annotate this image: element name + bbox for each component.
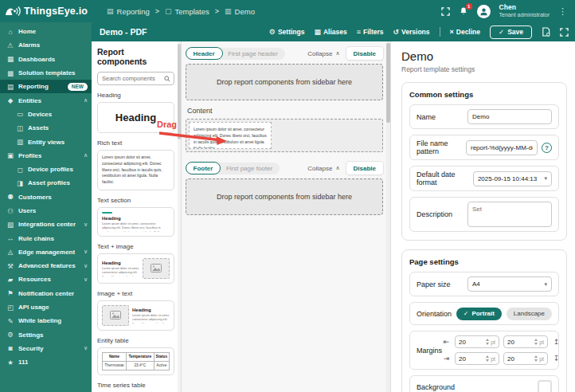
fullscreen-icon[interactable] <box>560 28 569 37</box>
margin-bottom-stepper[interactable]: pt <box>503 352 548 365</box>
notifications-button[interactable]: 1 <box>459 6 468 16</box>
components-search[interactable] <box>97 72 174 85</box>
margin-left-stepper[interactable]: pt <box>455 335 499 348</box>
sidebar-item-notification-center[interactable]: ⚑Notification center <box>0 287 92 300</box>
components-scrollbar[interactable] <box>178 41 181 392</box>
margin-right-stepper[interactable]: pt <box>455 352 499 365</box>
name-field-row: Name <box>409 104 559 129</box>
margin-right-value[interactable] <box>459 355 476 363</box>
versions-button[interactable]: ↺Versions <box>393 28 430 36</box>
disable-footer-button[interactable]: Disable <box>346 162 383 174</box>
breadcrumb-reporting[interactable]: ▤ Reporting <box>107 7 150 16</box>
stepper-arrows[interactable] <box>534 355 538 362</box>
collapse-footer-link[interactable]: Collapse ∧ <box>307 165 339 172</box>
dropped-rich-text-component[interactable]: Lorem ipsum dolor sit amet, consectetur … <box>189 122 272 149</box>
paper-size-select[interactable]: A4 ▾ <box>467 276 552 292</box>
sidebar-item-customers[interactable]: ⚉Customers <box>0 190 92 204</box>
drag-annotation-label: Drag <box>157 120 177 129</box>
sidebar-item-integrations-center[interactable]: ▧Integrations center∨ <box>0 218 92 231</box>
component-card-entity-table[interactable]: Name Temperature Status Thermostat 23.4°… <box>97 347 174 375</box>
panel-subtitle: Report template settings <box>401 65 567 73</box>
component-card-image-text[interactable]: Heading Lorem ipsum dolor sit amet, cons… <box>97 300 174 331</box>
avatar[interactable] <box>477 5 491 18</box>
disable-header-button[interactable]: Disable <box>346 47 383 60</box>
scrollbar-thumb[interactable] <box>386 43 390 123</box>
landscape-toggle[interactable]: Landscape <box>507 308 552 320</box>
date-format-select[interactable]: 2025-09-15 10:44:13 ▾ <box>473 171 552 186</box>
logo[interactable]: ThingsEye.io <box>0 5 96 18</box>
sidebar-item-device-profiles[interactable]: ◻Device profiles <box>0 163 92 176</box>
more-menu-icon[interactable]: ⋮ <box>558 6 567 17</box>
generate-report-icon[interactable] <box>542 27 550 37</box>
help-icon[interactable]: ? <box>542 143 552 153</box>
margin-top-stepper[interactable]: pt <box>503 335 548 348</box>
fullscreen-icon[interactable] <box>441 7 450 16</box>
portrait-toggle[interactable]: ✓Portrait <box>456 308 502 320</box>
component-card-text-section[interactable]: Heading Lorem ipsum dolor sit amet, cons… <box>97 207 174 237</box>
sidebar-item-entity-views[interactable]: ▥Entity views <box>0 135 92 148</box>
sidebar-item-111[interactable]: ★111 <box>0 355 92 369</box>
scrollbar-thumb[interactable] <box>178 44 181 139</box>
history-icon: ↺ <box>393 28 400 36</box>
margin-bottom-value[interactable] <box>507 355 525 363</box>
filters-button[interactable]: ≡Filters <box>357 28 384 36</box>
description-field[interactable] <box>467 202 552 227</box>
content-dropzone[interactable]: Lorem ipsum dolor sit amet, consectetur … <box>186 119 383 152</box>
breadcrumb-templates[interactable]: ▢ Templates <box>165 7 209 16</box>
tab-first-page-header[interactable]: First page header <box>222 48 285 60</box>
profiles-icon: ▣ <box>6 151 14 159</box>
sidebar-item-dashboards[interactable]: ▦Dashboards <box>0 53 92 66</box>
sidebar-item-assets[interactable]: ◫Assets <box>0 121 92 135</box>
sidebar-item-entities[interactable]: ◆Entities∧ <box>0 93 92 107</box>
stepper-arrows[interactable] <box>486 339 489 345</box>
templates-icon: ▢ <box>165 7 172 15</box>
sidebar-item-white-labeling[interactable]: ✎White labeling <box>0 314 92 327</box>
tab-header[interactable]: Header <box>186 47 223 60</box>
sidebar-item-solution-templates[interactable]: ▩Solution templates <box>0 66 92 80</box>
margin-left-value[interactable] <box>459 339 476 346</box>
sidebar-item-api-usage[interactable]: ◰API usage <box>0 300 92 314</box>
file-pattern-field[interactable] <box>466 140 538 155</box>
stepper-arrows[interactable] <box>486 355 489 362</box>
sidebar-item-rule-chains[interactable]: ↔Rule chains <box>0 231 92 245</box>
background-picker[interactable] <box>538 380 552 392</box>
sidebar-item-home[interactable]: ⌂Home <box>0 25 92 38</box>
footer-dropzone[interactable]: Drop report components from sidebar here <box>186 178 383 215</box>
date-format-label: Default date format <box>417 171 473 186</box>
tab-footer[interactable]: Footer <box>186 162 221 174</box>
save-button[interactable]: ✓Save <box>490 25 532 39</box>
sidebar-item-profiles[interactable]: ▣Profiles∧ <box>0 149 92 163</box>
name-field[interactable] <box>467 109 552 124</box>
sidebar-item-resources[interactable]: ▰Resources∨ <box>0 272 92 286</box>
canvas-scrollbar[interactable] <box>386 41 390 392</box>
tab-first-page-footer[interactable]: First page footer <box>221 163 280 174</box>
sidebar-item-security[interactable]: ◙Security∨ <box>0 342 92 355</box>
user-info[interactable]: Chen Tenant administrator <box>499 4 550 18</box>
sidebar-item-alarms[interactable]: ⚠Alarms <box>0 38 92 52</box>
notification-badge: 1 <box>466 3 472 10</box>
dashboards-icon: ▦ <box>6 55 14 63</box>
component-card-text-image[interactable]: Heading Lorem ipsum dolor sit amet, cons… <box>97 253 174 284</box>
gear-icon: ⚙ <box>269 28 276 36</box>
aliases-icon: ▦ <box>314 28 321 36</box>
header-dropzone[interactable]: Drop report components from sidebar here <box>186 64 383 100</box>
sidebar-item-devices[interactable]: ▭Devices <box>0 108 92 121</box>
edge-icon: ◬ <box>6 248 14 256</box>
sidebar-item-users[interactable]: ⚇Users <box>0 204 92 218</box>
collapse-header-link[interactable]: Collapse ∧ <box>307 50 339 57</box>
chevron-up-icon: ∧ <box>335 50 339 57</box>
settings-button[interactable]: ⚙Settings <box>269 28 305 36</box>
header-zone-bar: Header First page header Collapse ∧ Disa… <box>186 46 383 61</box>
sidebar-item-reporting[interactable]: ▤ReportingNEW <box>0 80 92 93</box>
decline-button[interactable]: ×Decline <box>450 28 481 36</box>
margin-top-value[interactable] <box>507 339 525 346</box>
search-input[interactable] <box>102 75 164 82</box>
breadcrumb-demo[interactable]: ▥ Demo <box>225 7 255 16</box>
sidebar-item-asset-profiles[interactable]: ◨Asset profiles <box>0 176 92 190</box>
stepper-arrows[interactable] <box>534 339 538 345</box>
sidebar-item-advanced-features[interactable]: ⚒Advanced features∨ <box>0 259 92 272</box>
sidebar-item-settings[interactable]: ⚙Settings <box>0 328 92 342</box>
component-card-rich-text[interactable]: Lorem ipsum dolor sit amet, consectetur … <box>97 150 174 190</box>
sidebar-item-edge-management[interactable]: ◬Edge management∨ <box>0 245 92 259</box>
aliases-button[interactable]: ▦Aliases <box>314 28 346 36</box>
